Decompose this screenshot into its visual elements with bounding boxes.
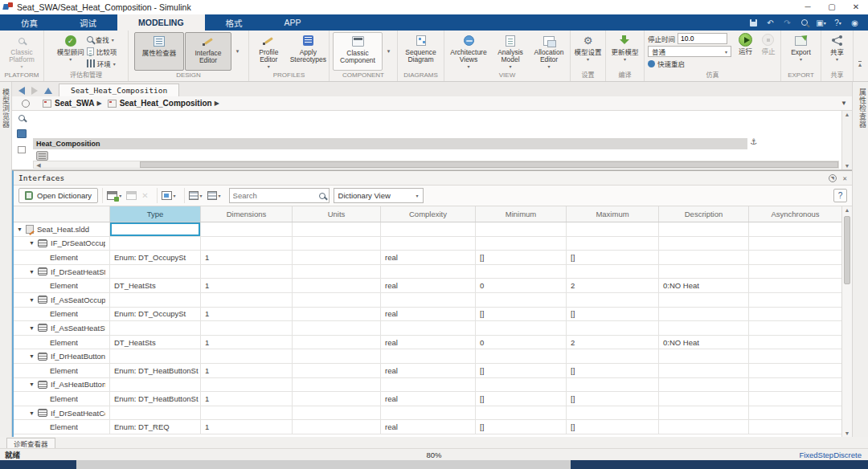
cell-type[interactable] [110,349,201,363]
redo-icon[interactable]: ↷ [782,18,792,28]
back-icon[interactable] [18,87,25,95]
cell-maximum[interactable] [567,378,659,392]
architecture-views-button[interactable]: Architecture Views ▾ [446,32,491,71]
update-model-button[interactable]: 更新模型 ▾ [609,32,640,71]
cell-minimum[interactable]: [] [476,420,567,434]
cell-type[interactable]: Enum: DT_REQ [110,420,201,434]
cell-description[interactable]: 0:NO Heat [659,279,749,292]
column-header-asynchronous[interactable]: Asynchronous [749,206,841,222]
undo-icon[interactable]: ↶ [765,18,776,28]
component-more-button[interactable]: ▾ [383,32,394,71]
table-row[interactable]: ElementEnum: DT_HeatButtonSt1real[][] [14,392,841,406]
canvas-horizontal-scrollbar[interactable]: ◀ [33,161,839,169]
cell-minimum[interactable] [476,349,567,363]
cell-minimum[interactable]: [] [476,392,567,406]
column-header-description[interactable]: Description [659,206,749,222]
table-row[interactable]: ElementEnum: DT_OccupySt1real[][] [14,251,841,265]
table-row[interactable]: ▼If_DrHeatButtonS [14,349,841,364]
tree-cell[interactable]: ▼If_DrSeatHeatCo [14,406,110,420]
cell-dimensions[interactable] [201,237,293,251]
model-settings-button[interactable]: ⚙ 模型设置 ▾ [572,32,603,71]
cell-dimensions[interactable]: 1 [201,392,293,406]
cell-asynchronous[interactable] [749,321,841,335]
table-row[interactable]: ElementEnum: DT_OccupySt1real[][] [14,308,841,322]
cell-minimum[interactable] [476,406,567,420]
cell-complexity[interactable] [381,406,476,420]
subsystem-badge-icon[interactable] [22,100,30,108]
find-button[interactable]: 查找▾ [87,35,117,45]
cell-minimum[interactable]: 0 [476,336,567,349]
import-button[interactable]: ▾ [160,188,178,203]
cell-complexity[interactable] [381,222,476,236]
up-to-parent-icon[interactable] [44,88,52,94]
cell-units[interactable] [293,406,381,420]
document-tab[interactable]: Seat_Heat_Composition [59,84,179,96]
table-row[interactable]: ▼If_DrSeatHeatSt [14,265,841,279]
tree-cell[interactable]: ▼Seat_Heat.sldd [14,222,110,236]
cell-minimum[interactable] [476,293,567,307]
cell-dimensions[interactable]: 1 [201,336,293,349]
stop-time-input[interactable] [678,33,727,44]
cell-complexity[interactable] [381,349,476,363]
cell-dimensions[interactable]: 1 [201,279,293,292]
column-header-dimensions[interactable]: Dimensions [201,206,293,222]
cell-type[interactable] [110,293,201,307]
profile-editor-button[interactable]: Profile Editor ▾ [250,32,288,71]
column-header-complexity[interactable]: Complexity [381,206,476,222]
cell-dimensions[interactable] [201,406,293,420]
cell-description[interactable] [659,222,749,236]
cell-minimum[interactable]: [] [476,308,567,321]
cell-description[interactable] [659,349,749,363]
cell-complexity[interactable]: real [381,308,476,321]
ribbon-options-icon[interactable]: ◉ [850,18,860,28]
cell-minimum[interactable]: [] [476,364,567,377]
save-icon[interactable] [748,18,759,28]
cell-minimum[interactable] [476,237,567,251]
add-interface-button[interactable]: ▾ [105,188,123,203]
canvas-vertical-scrollbar[interactable]: ▲ ▼ [841,111,852,169]
analysis-model-button[interactable]: Analysis Model ▾ [492,32,529,71]
tab-modeling[interactable]: MODELING [117,14,205,31]
tree-cell[interactable]: ▼If_AsSeatOccupy [14,293,110,307]
panel-help-button[interactable]: ? [833,189,847,202]
maximize-button[interactable]: ▢ [820,1,844,14]
cell-units[interactable] [293,420,381,434]
pin-icon[interactable]: ⚓ [750,137,757,146]
tree-cell[interactable]: ▼If_DrHeatButtonS [14,349,110,363]
cell-units[interactable] [293,265,381,279]
tree-cell[interactable]: Element [14,308,110,321]
expander-icon[interactable]: ▼ [29,297,35,303]
cell-maximum[interactable]: [] [567,364,659,377]
cell-description[interactable] [659,392,749,406]
design-more-button[interactable]: ▾ [232,32,243,71]
cell-asynchronous[interactable] [749,349,841,363]
cell-asynchronous[interactable] [749,392,841,406]
share-button[interactable]: 共享 ▾ [829,32,845,71]
diagnostic-viewer-button[interactable]: 诊断查看器 [6,438,55,448]
composition-header[interactable]: Heat_Composition [33,138,747,149]
cell-minimum[interactable]: 0 [476,279,567,292]
table-row[interactable]: ▼If_AsSeatHeatSt [14,321,841,336]
scroll-thumb[interactable] [844,216,850,284]
cell-complexity[interactable] [381,378,476,392]
tree-cell[interactable]: Element [14,251,110,264]
table-row[interactable]: ▼Seat_Heat.sldd [14,222,841,237]
table-row[interactable]: ▼If_DrSeatHeatCo [14,406,841,421]
scroll-left-icon[interactable]: ◀ [34,161,43,168]
close-panel-icon[interactable]: ✕ [843,174,847,182]
fast-restart-toggle[interactable]: 快速重启 [648,59,731,68]
delete-button[interactable]: ✕ [140,188,149,203]
cell-description[interactable] [659,420,749,434]
cell-complexity[interactable] [381,321,476,335]
cell-type[interactable] [110,378,201,392]
cell-maximum[interactable] [567,265,659,279]
cell-dimensions[interactable] [201,293,293,307]
cell-asynchronous[interactable] [749,293,841,307]
sequence-diagram-button[interactable]: Sequence Diagram [399,32,443,71]
cell-units[interactable] [293,251,381,264]
undock-icon[interactable]: ◥ [829,174,837,182]
cell-maximum[interactable]: 2 [567,336,659,349]
simulation-mode-select[interactable]: 普通▾ [648,46,731,57]
tree-cell[interactable]: Element [14,336,110,349]
collapse-ribbon-icon[interactable]: ▴ [858,61,862,67]
